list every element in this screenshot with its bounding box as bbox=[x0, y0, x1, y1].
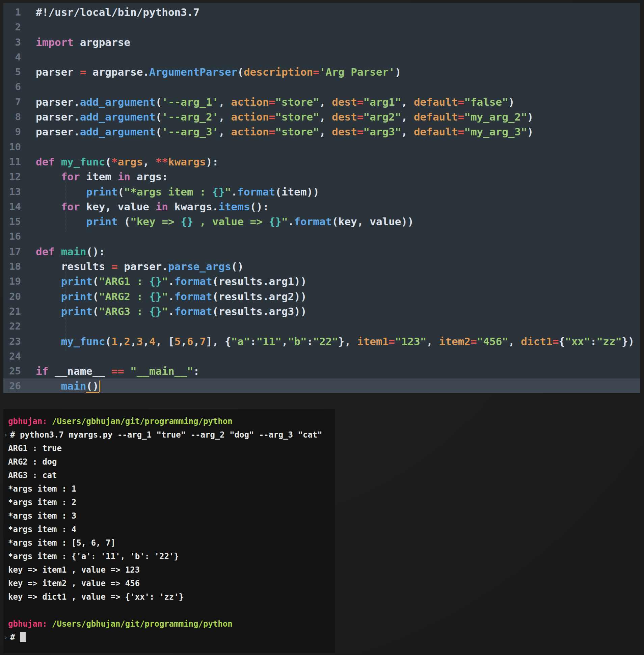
code-text: def my_func(*args, **kwargs): bbox=[21, 154, 218, 169]
code-line[interactable]: 1#!/usr/local/bin/python3.7 bbox=[3, 5, 640, 20]
code-text: print("ARG1 : {}".format(results.arg1)) bbox=[21, 274, 307, 289]
terminal-text: ARG1 : true bbox=[8, 444, 62, 453]
terminal-cursor bbox=[20, 632, 26, 642]
terminal-text: # bbox=[10, 633, 20, 642]
code-line[interactable]: 10 bbox=[3, 139, 640, 154]
line-number: 19 bbox=[3, 274, 21, 289]
terminal-line: *args item : [5, 6, 7] bbox=[3, 536, 335, 550]
code-line[interactable]: 11def my_func(*args, **kwargs): bbox=[3, 154, 640, 169]
code-text bbox=[21, 319, 36, 334]
code-text: parser.add_argument('--arg_1', action="s… bbox=[21, 94, 515, 109]
code-line[interactable]: 22 bbox=[3, 319, 640, 334]
code-text bbox=[21, 80, 36, 94]
line-number: 21 bbox=[3, 304, 21, 319]
code-lines-container: 1#!/usr/local/bin/python3.723import argp… bbox=[3, 5, 640, 393]
line-number: 14 bbox=[3, 199, 21, 214]
code-line[interactable]: 7parser.add_argument('--arg_1', action="… bbox=[3, 94, 640, 109]
line-number: 17 bbox=[3, 244, 21, 259]
code-line[interactable]: 9parser.add_argument('--arg_3', action="… bbox=[3, 124, 640, 139]
line-number: 2 bbox=[3, 20, 21, 35]
terminal-line: *args item : 2 bbox=[3, 496, 335, 509]
code-line[interactable]: 16 bbox=[3, 229, 640, 244]
code-line[interactable]: 6 bbox=[3, 80, 640, 94]
line-number: 11 bbox=[3, 154, 21, 169]
line-number: 4 bbox=[3, 50, 21, 65]
code-line[interactable]: 2 bbox=[3, 20, 640, 35]
line-number: 8 bbox=[3, 109, 21, 124]
code-text: print ("key => {} , value => {}".format(… bbox=[21, 214, 414, 229]
terminal-prompt-line: gbhujan: /Users/gbhujan/git/programming/… bbox=[3, 414, 335, 428]
code-line[interactable]: 4 bbox=[3, 50, 640, 65]
terminal-line bbox=[3, 604, 335, 617]
terminal-line: key => item2 , value => 456 bbox=[3, 577, 335, 590]
line-number: 13 bbox=[3, 184, 21, 199]
terminal-text: *args item : 2 bbox=[8, 498, 76, 507]
terminal-text: *args item : 4 bbox=[8, 525, 76, 534]
code-line[interactable]: 8parser.add_argument('--arg_2', action="… bbox=[3, 109, 640, 124]
terminal-text: key => dict1 , value => {'xx': 'zz'} bbox=[8, 592, 184, 602]
line-number: 22 bbox=[3, 319, 21, 334]
prompt-username: gbhujan: bbox=[8, 619, 47, 629]
terminal-text: # python3.7 myargs.py --arg_1 "true" --a… bbox=[10, 430, 322, 439]
line-number: 9 bbox=[3, 124, 21, 139]
prompt-username: gbhujan: bbox=[8, 416, 47, 426]
line-number: 18 bbox=[3, 259, 21, 274]
line-number: 12 bbox=[3, 169, 21, 184]
terminal-line: ARG2 : dog bbox=[3, 455, 335, 469]
prompt-chevron-icon: › bbox=[3, 631, 8, 644]
terminal-line: *args item : 3 bbox=[3, 509, 335, 523]
code-line[interactable]: 26 main() bbox=[3, 379, 640, 393]
code-line[interactable]: 17def main(): bbox=[3, 244, 640, 259]
code-text: if __name__ == "__main__": bbox=[21, 364, 200, 379]
line-number: 6 bbox=[3, 80, 21, 94]
code-text: print("*args item : {}".format(item)) bbox=[21, 184, 319, 199]
code-line[interactable]: 24 bbox=[3, 349, 640, 364]
line-number: 16 bbox=[3, 229, 21, 244]
code-text bbox=[21, 50, 36, 65]
terminal-line: *args item : {'a': '11', 'b': '22'} bbox=[3, 550, 335, 563]
code-text bbox=[21, 139, 36, 154]
code-line[interactable]: 12 for item in args: bbox=[3, 169, 640, 184]
code-text: my_func(1,2,3,4, [5,6,7], {"a":"11","b":… bbox=[21, 334, 634, 349]
code-line[interactable]: 14 for key, value in kwargs.items(): bbox=[3, 199, 640, 214]
line-number: 26 bbox=[3, 379, 21, 393]
code-line[interactable]: 3import argparse bbox=[3, 35, 640, 50]
code-text: for key, value in kwargs.items(): bbox=[21, 199, 269, 214]
code-line[interactable]: 25if __name__ == "__main__": bbox=[3, 364, 640, 379]
terminal-text: ARG2 : dog bbox=[8, 457, 57, 467]
code-text bbox=[21, 229, 36, 244]
code-line[interactable]: 18 results = parser.parse_args() bbox=[3, 259, 640, 274]
line-number: 23 bbox=[3, 334, 21, 349]
code-line[interactable]: 20 print("ARG2 : {}".format(results.arg2… bbox=[3, 289, 640, 304]
code-line[interactable]: 5parser = argparse.ArgumentParser(descri… bbox=[3, 65, 640, 80]
code-line[interactable]: 21 print("ARG3 : {}".format(results.arg3… bbox=[3, 304, 640, 319]
line-number: 15 bbox=[3, 214, 21, 229]
code-text: #!/usr/local/bin/python3.7 bbox=[21, 5, 200, 20]
code-line[interactable]: 13 print("*args item : {}".format(item)) bbox=[3, 184, 640, 199]
terminal-text: key => item1 , value => 123 bbox=[8, 565, 140, 574]
prompt-path: /Users/gbhujan/git/programming/python bbox=[47, 416, 233, 426]
terminal-text: *args item : [5, 6, 7] bbox=[8, 538, 115, 548]
code-line[interactable]: 23 my_func(1,2,3,4, [5,6,7], {"a":"11","… bbox=[3, 334, 640, 349]
code-text: print("ARG2 : {}".format(results.arg2)) bbox=[21, 289, 307, 304]
indent-guide bbox=[65, 381, 66, 393]
code-editor[interactable]: 1#!/usr/local/bin/python3.723import argp… bbox=[3, 3, 640, 393]
terminal-line: ARG1 : true bbox=[3, 442, 335, 455]
indent-guide bbox=[65, 261, 66, 351]
line-number: 5 bbox=[3, 65, 21, 80]
prompt-path: /Users/gbhujan/git/programming/python bbox=[47, 619, 233, 629]
terminal-line: *args item : 1 bbox=[3, 482, 335, 496]
code-line[interactable]: 15 print ("key => {} , value => {}".form… bbox=[3, 214, 640, 229]
terminal-text: *args item : {'a': '11', 'b': '22'} bbox=[8, 552, 179, 561]
terminal-text: ARG3 : cat bbox=[8, 471, 57, 480]
code-line[interactable]: 19 print("ARG1 : {}".format(results.arg1… bbox=[3, 274, 640, 289]
terminal[interactable]: gbhujan: /Users/gbhujan/git/programming/… bbox=[3, 409, 335, 653]
code-text bbox=[21, 20, 36, 35]
terminal-prompt-line: gbhujan: /Users/gbhujan/git/programming/… bbox=[3, 617, 335, 631]
line-number: 25 bbox=[3, 364, 21, 379]
terminal-lines-container: gbhujan: /Users/gbhujan/git/programming/… bbox=[3, 414, 335, 644]
code-text: print("ARG3 : {}".format(results.arg3)) bbox=[21, 304, 307, 319]
line-number: 1 bbox=[3, 5, 21, 20]
prompt-chevron-icon: › bbox=[3, 428, 8, 442]
terminal-line: *args item : 4 bbox=[3, 523, 335, 536]
